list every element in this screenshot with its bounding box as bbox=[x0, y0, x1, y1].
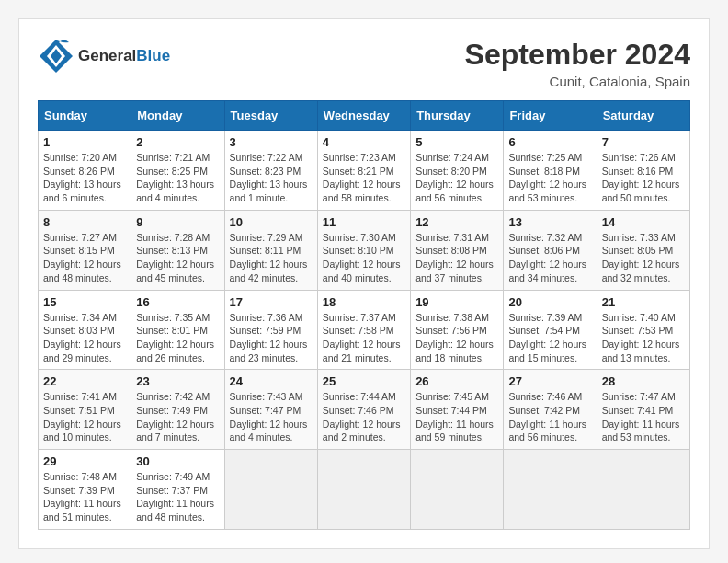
calendar-cell: 1Sunrise: 7:20 AMSunset: 8:26 PMDaylight… bbox=[39, 131, 131, 211]
daylight-text: Daylight: 12 hours and 37 minutes. bbox=[415, 258, 498, 284]
day-number: 26 bbox=[415, 374, 498, 388]
col-sunday: Sunday bbox=[39, 101, 131, 131]
calendar-cell: 7Sunrise: 7:26 AMSunset: 8:16 PMDaylight… bbox=[597, 131, 689, 211]
day-number: 6 bbox=[508, 135, 591, 149]
sunset-text: Sunset: 8:05 PM bbox=[602, 244, 685, 258]
calendar-cell: 4Sunrise: 7:23 AMSunset: 8:21 PMDaylight… bbox=[317, 131, 410, 211]
sunset-text: Sunset: 7:46 PM bbox=[323, 404, 405, 418]
daylight-text: Daylight: 12 hours and 32 minutes. bbox=[602, 258, 685, 284]
sunset-text: Sunset: 7:49 PM bbox=[136, 404, 219, 418]
sunrise-text: Sunrise: 7:34 AM bbox=[43, 311, 126, 325]
sunset-text: Sunset: 8:15 PM bbox=[43, 244, 126, 258]
calendar-cell: 29Sunrise: 7:48 AMSunset: 7:39 PMDayligh… bbox=[39, 450, 131, 530]
col-thursday: Thursday bbox=[411, 101, 504, 131]
day-info: Sunrise: 7:26 AMSunset: 8:16 PMDaylight:… bbox=[602, 151, 685, 205]
sunrise-text: Sunrise: 7:28 AM bbox=[136, 231, 219, 245]
sunrise-text: Sunrise: 7:35 AM bbox=[136, 311, 219, 325]
calendar-cell: 23Sunrise: 7:42 AMSunset: 7:49 PMDayligh… bbox=[131, 370, 224, 450]
calendar-week-row: 1Sunrise: 7:20 AMSunset: 8:26 PMDaylight… bbox=[39, 131, 690, 211]
day-info: Sunrise: 7:29 AMSunset: 8:11 PMDaylight:… bbox=[230, 231, 313, 285]
daylight-text: Daylight: 11 hours and 51 minutes. bbox=[43, 497, 126, 523]
calendar-cell: 10Sunrise: 7:29 AMSunset: 8:11 PMDayligh… bbox=[224, 210, 317, 290]
sunrise-text: Sunrise: 7:46 AM bbox=[508, 390, 591, 404]
sunset-text: Sunset: 7:51 PM bbox=[43, 404, 126, 418]
sunrise-text: Sunrise: 7:26 AM bbox=[602, 151, 685, 165]
day-number: 13 bbox=[508, 215, 591, 229]
day-info: Sunrise: 7:49 AMSunset: 7:37 PMDaylight:… bbox=[136, 470, 219, 524]
calendar-cell: 15Sunrise: 7:34 AMSunset: 8:03 PMDayligh… bbox=[39, 290, 131, 370]
day-number: 20 bbox=[508, 295, 591, 309]
day-info: Sunrise: 7:27 AMSunset: 8:15 PMDaylight:… bbox=[43, 231, 126, 285]
daylight-text: Daylight: 11 hours and 56 minutes. bbox=[508, 418, 591, 444]
daylight-text: Daylight: 12 hours and 2 minutes. bbox=[323, 418, 405, 444]
sunset-text: Sunset: 8:26 PM bbox=[43, 165, 126, 178]
day-number: 24 bbox=[230, 374, 313, 388]
sunrise-text: Sunrise: 7:37 AM bbox=[323, 311, 405, 325]
calendar-cell: 17Sunrise: 7:36 AMSunset: 7:59 PMDayligh… bbox=[224, 290, 317, 370]
calendar-week-row: 8Sunrise: 7:27 AMSunset: 8:15 PMDaylight… bbox=[39, 210, 690, 290]
calendar-cell: 22Sunrise: 7:41 AMSunset: 7:51 PMDayligh… bbox=[39, 370, 131, 450]
calendar-cell: 27Sunrise: 7:46 AMSunset: 7:42 PMDayligh… bbox=[504, 370, 597, 450]
header: GeneralBlue September 2024 Cunit, Catalo… bbox=[38, 38, 690, 89]
day-number: 3 bbox=[230, 135, 313, 149]
sunrise-text: Sunrise: 7:21 AM bbox=[136, 151, 219, 165]
calendar-week-row: 22Sunrise: 7:41 AMSunset: 7:51 PMDayligh… bbox=[39, 370, 690, 450]
sunrise-text: Sunrise: 7:36 AM bbox=[230, 311, 313, 325]
day-info: Sunrise: 7:47 AMSunset: 7:41 PMDaylight:… bbox=[602, 390, 685, 444]
logo-general-text: General bbox=[78, 47, 136, 64]
header-row: Sunday Monday Tuesday Wednesday Thursday… bbox=[39, 101, 690, 131]
col-tuesday: Tuesday bbox=[224, 101, 317, 131]
calendar-cell: 11Sunrise: 7:30 AMSunset: 8:10 PMDayligh… bbox=[317, 210, 410, 290]
day-info: Sunrise: 7:32 AMSunset: 8:06 PMDaylight:… bbox=[508, 231, 591, 285]
calendar-cell bbox=[504, 450, 597, 530]
sunrise-text: Sunrise: 7:30 AM bbox=[323, 231, 405, 245]
calendar-cell bbox=[597, 450, 689, 530]
daylight-text: Daylight: 12 hours and 21 minutes. bbox=[323, 338, 405, 364]
daylight-text: Daylight: 12 hours and 56 minutes. bbox=[415, 178, 498, 204]
daylight-text: Daylight: 12 hours and 40 minutes. bbox=[323, 258, 405, 284]
daylight-text: Daylight: 12 hours and 18 minutes. bbox=[415, 338, 498, 364]
col-monday: Monday bbox=[131, 101, 224, 131]
sunrise-text: Sunrise: 7:27 AM bbox=[43, 231, 126, 245]
day-number: 12 bbox=[415, 215, 498, 229]
day-info: Sunrise: 7:38 AMSunset: 7:56 PMDaylight:… bbox=[415, 311, 498, 365]
sunrise-text: Sunrise: 7:38 AM bbox=[415, 311, 498, 325]
day-info: Sunrise: 7:36 AMSunset: 7:59 PMDaylight:… bbox=[230, 311, 313, 365]
day-info: Sunrise: 7:33 AMSunset: 8:05 PMDaylight:… bbox=[602, 231, 685, 285]
sunrise-text: Sunrise: 7:44 AM bbox=[323, 390, 405, 404]
sunrise-text: Sunrise: 7:29 AM bbox=[230, 231, 313, 245]
day-number: 8 bbox=[43, 215, 126, 229]
daylight-text: Daylight: 12 hours and 29 minutes. bbox=[43, 338, 126, 364]
sunrise-text: Sunrise: 7:32 AM bbox=[508, 231, 591, 245]
sunset-text: Sunset: 7:41 PM bbox=[602, 404, 685, 418]
sunset-text: Sunset: 7:47 PM bbox=[230, 404, 313, 418]
day-info: Sunrise: 7:24 AMSunset: 8:20 PMDaylight:… bbox=[415, 151, 498, 205]
calendar-cell: 2Sunrise: 7:21 AMSunset: 8:25 PMDaylight… bbox=[131, 131, 224, 211]
sunrise-text: Sunrise: 7:49 AM bbox=[136, 470, 219, 484]
sunrise-text: Sunrise: 7:45 AM bbox=[415, 390, 498, 404]
sunrise-text: Sunrise: 7:40 AM bbox=[602, 311, 685, 325]
sunset-text: Sunset: 8:21 PM bbox=[323, 165, 405, 178]
sunset-text: Sunset: 8:23 PM bbox=[230, 165, 313, 178]
daylight-text: Daylight: 12 hours and 42 minutes. bbox=[230, 258, 313, 284]
day-info: Sunrise: 7:25 AMSunset: 8:18 PMDaylight:… bbox=[508, 151, 591, 205]
day-info: Sunrise: 7:23 AMSunset: 8:21 PMDaylight:… bbox=[323, 151, 405, 205]
sunrise-text: Sunrise: 7:39 AM bbox=[508, 311, 591, 325]
daylight-text: Daylight: 12 hours and 7 minutes. bbox=[136, 418, 219, 444]
day-info: Sunrise: 7:20 AMSunset: 8:26 PMDaylight:… bbox=[43, 151, 126, 205]
day-info: Sunrise: 7:28 AMSunset: 8:13 PMDaylight:… bbox=[136, 231, 219, 285]
daylight-text: Daylight: 13 hours and 4 minutes. bbox=[136, 178, 219, 204]
sunset-text: Sunset: 7:56 PM bbox=[415, 324, 498, 338]
day-info: Sunrise: 7:35 AMSunset: 8:01 PMDaylight:… bbox=[136, 311, 219, 365]
daylight-text: Daylight: 12 hours and 15 minutes. bbox=[508, 338, 591, 364]
calendar-cell: 25Sunrise: 7:44 AMSunset: 7:46 PMDayligh… bbox=[317, 370, 410, 450]
day-number: 19 bbox=[415, 295, 498, 309]
day-info: Sunrise: 7:30 AMSunset: 8:10 PMDaylight:… bbox=[323, 231, 405, 285]
daylight-text: Daylight: 12 hours and 34 minutes. bbox=[508, 258, 591, 284]
calendar-cell: 12Sunrise: 7:31 AMSunset: 8:08 PMDayligh… bbox=[411, 210, 504, 290]
day-info: Sunrise: 7:48 AMSunset: 7:39 PMDaylight:… bbox=[43, 470, 126, 524]
title-block: September 2024 Cunit, Catalonia, Spain bbox=[465, 38, 690, 89]
day-number: 28 bbox=[602, 374, 685, 388]
calendar-cell: 28Sunrise: 7:47 AMSunset: 7:41 PMDayligh… bbox=[597, 370, 689, 450]
calendar-table: Sunday Monday Tuesday Wednesday Thursday… bbox=[38, 100, 690, 530]
